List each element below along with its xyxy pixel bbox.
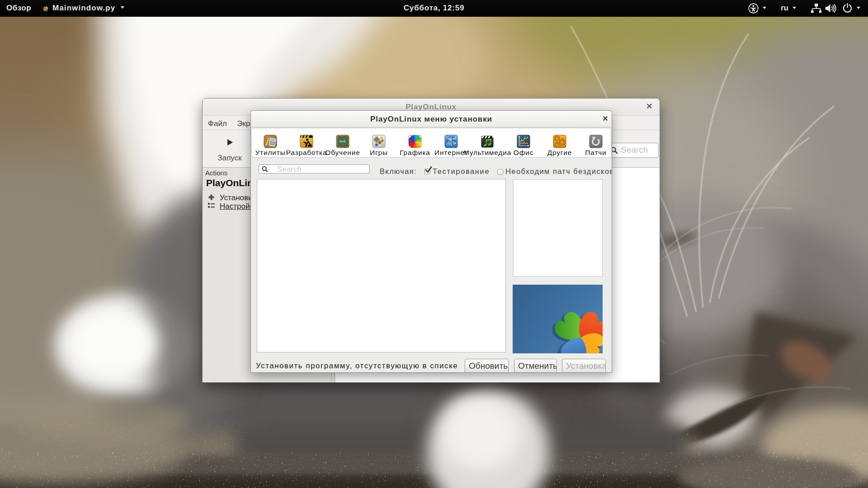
svg-text:Einst: Einst: [340, 140, 346, 143]
svg-text:2: 2: [343, 139, 345, 141]
